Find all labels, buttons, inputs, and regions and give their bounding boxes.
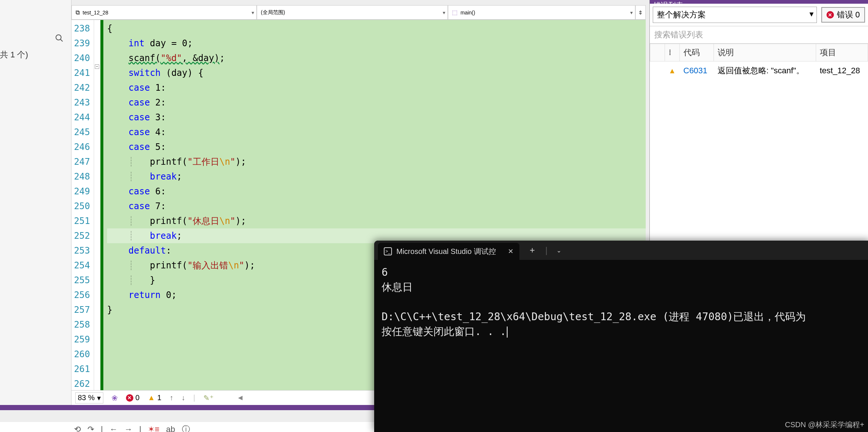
toolbar-btn[interactable]: → [124,425,133,432]
error-table-header-row: ⁞ 代码 说明 项目 [650,44,868,61]
cursor [507,326,508,338]
search-icon[interactable] [53,31,66,44]
nav-down-icon[interactable]: ↓ [182,394,185,402]
console-titlebar[interactable]: >_ Microsoft Visual Studio 调试控 ✕ + | ⌄ [374,241,868,260]
col-desc[interactable]: 说明 [714,44,816,61]
scroll-left-icon[interactable]: ◄ [237,394,244,402]
error-row[interactable]: ▲C6031返回值被忽略: "scanf"。test_12_28 [650,61,868,80]
fold-toggle-icon[interactable]: − [95,64,99,69]
solution-explorer-panel: 共 1 个) [0,0,71,408]
console-tab[interactable]: >_ Microsoft Visual Studio 调试控 ✕ [378,243,519,260]
scope-dropdown-label: (全局范围) [261,9,285,16]
error-search-input[interactable]: 搜索错误列表 [650,26,868,44]
toolbar-btn[interactable]: ⓘ [182,424,190,432]
warning-icon: ▲ [148,394,155,402]
error-filter-label: 错误 0 [837,9,860,20]
error-icon: ✕ [126,394,133,402]
col-code[interactable]: 代码 [680,44,714,61]
col-sort[interactable]: ⁞ [665,44,680,61]
svg-point-0 [56,35,61,40]
toolbar-btn[interactable]: ✶≡ [148,425,159,432]
error-count-value: 0 [136,394,140,402]
error-count[interactable]: ✕ 0 [126,394,140,402]
symbol-dropdown[interactable]: ⬚ main() [448,5,635,20]
symbol-dropdown-label: main() [460,10,475,16]
toolbar-btn[interactable]: ← [110,425,118,432]
nav-up-icon[interactable]: ↑ [170,394,173,402]
project-dropdown-label: test_12_28 [83,10,108,16]
error-scope-dropdown[interactable]: 整个解决方案 [653,7,817,23]
navigation-bar: ⧉ test_12_28 (全局范围) ⬚ main() ⇕ [71,5,646,20]
zoom-selector[interactable]: 83 %▾ [75,392,103,403]
console-tab-title: Microsoft Visual Studio 调试控 [396,247,496,257]
watermark: CSDN @林采采学编程+ [785,420,864,430]
terminal-icon: >_ [384,247,392,255]
new-tab-button[interactable]: + [530,245,535,255]
lightbulb-icon[interactable]: ❀ [112,394,118,402]
col-project[interactable]: 项目 [816,44,868,61]
wand-icon[interactable]: ✎⁺ [203,394,214,402]
toolbar-btn[interactable]: ⟲ [74,425,81,432]
change-indicator [100,20,103,390]
col-icon[interactable] [650,44,665,61]
zoom-label: 83 % [78,394,95,402]
error-icon: ✕ [827,11,834,19]
close-icon[interactable]: ✕ [508,247,513,255]
warning-count-value: 1 [157,394,162,402]
scope-dropdown[interactable]: (全局范围) [257,5,448,20]
error-filter-button[interactable]: ✕ 错误 0 [821,7,865,23]
debug-console-window: >_ Microsoft Visual Studio 调试控 ✕ + | ⌄ 6… [374,241,868,432]
error-panel-title: 错误列表 [650,0,868,4]
line-number-gutter: 2382392402412422432442452462472482492502… [71,20,94,390]
split-button[interactable]: ⇕ [635,5,646,20]
fold-column[interactable]: − [94,20,100,390]
tab-dropdown-icon[interactable]: ⌄ [556,247,561,254]
console-output[interactable]: 6 休息日 D:\C\C++\test_12_28\x64\Debug\test… [374,260,868,344]
error-table: ⁞ 代码 说明 项目 ▲C6031返回值被忽略: "scanf"。test_12… [650,44,868,80]
error-scope-label: 整个解决方案 [657,10,706,19]
project-icon: ⧉ [76,9,80,16]
error-panel-toolbar: 整个解决方案 ✕ 错误 0 [650,4,868,26]
toolbar-btn[interactable]: ↷ [87,425,94,432]
toolbar-btn[interactable]: ab [166,425,175,432]
cube-icon: ⬚ [452,9,458,16]
solution-count-label: 共 1 个) [0,49,28,60]
svg-line-1 [60,39,63,41]
warning-count[interactable]: ▲ 1 [148,394,162,402]
project-dropdown[interactable]: ⧉ test_12_28 [71,5,257,20]
